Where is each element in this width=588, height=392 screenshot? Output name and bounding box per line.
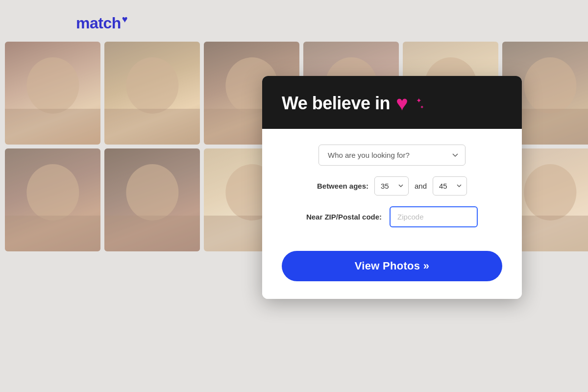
zip-group: Near ZIP/Postal code: bbox=[282, 206, 502, 227]
site-logo[interactable]: match♥ bbox=[76, 14, 127, 32]
logo-heart-icon: ♥ bbox=[122, 14, 127, 24]
and-separator: and bbox=[415, 182, 427, 190]
modal-header: We believe in ♥ ✦ ✦ bbox=[262, 76, 522, 129]
signup-modal: We believe in ♥ ✦ ✦ Who are you looking … bbox=[262, 76, 522, 299]
age-range-group: Between ages: 35 18 20 25 30 40 45 50 55… bbox=[282, 176, 502, 196]
ages-label: Between ages: bbox=[317, 182, 368, 190]
age-to-select[interactable]: 45 18 20 25 30 35 40 50 55 60 bbox=[433, 176, 467, 196]
looking-for-select[interactable]: Who are you looking for? A Woman A Man E… bbox=[318, 145, 466, 166]
modal-body: Who are you looking for? A Woman A Man E… bbox=[262, 129, 522, 299]
age-range-controls: Between ages: 35 18 20 25 30 40 45 50 55… bbox=[317, 176, 467, 196]
zip-input[interactable] bbox=[390, 206, 478, 227]
sparkles-decoration: ✦ ✦ bbox=[416, 97, 424, 110]
zip-controls: Near ZIP/Postal code: bbox=[306, 206, 478, 227]
logo-text: match bbox=[76, 14, 121, 32]
age-from-select[interactable]: 35 18 20 25 30 40 45 50 55 60 bbox=[374, 176, 409, 196]
heart-icon: ♥ bbox=[396, 92, 408, 115]
modal-title: We believe in bbox=[282, 93, 390, 114]
photo-1 bbox=[5, 42, 100, 145]
view-photos-button[interactable]: View Photos » bbox=[282, 251, 502, 281]
looking-for-group: Who are you looking for? A Woman A Man E… bbox=[282, 145, 502, 166]
photo-8 bbox=[104, 148, 200, 251]
photo-7 bbox=[5, 148, 100, 251]
photo-2 bbox=[104, 42, 200, 145]
zip-label: Near ZIP/Postal code: bbox=[306, 213, 382, 221]
